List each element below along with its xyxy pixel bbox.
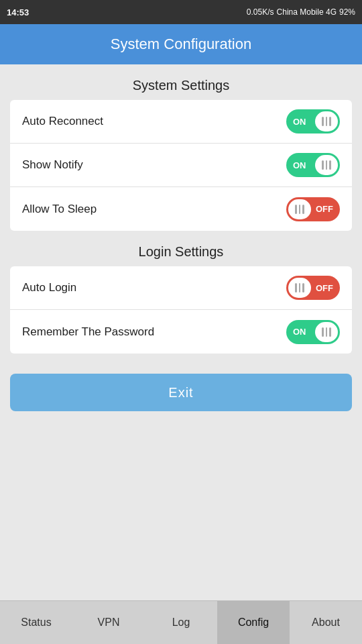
- nav-status[interactable]: Status: [0, 601, 72, 644]
- nav-config[interactable]: Config: [217, 601, 290, 644]
- auto-login-row[interactable]: Auto Login OFF: [10, 266, 352, 310]
- status-time: 14:53: [7, 7, 29, 17]
- nav-log[interactable]: Log: [145, 601, 217, 644]
- login-settings-title: Login Settings: [0, 244, 362, 260]
- header: System Configuration: [0, 24, 362, 64]
- battery-level: 92%: [339, 7, 355, 17]
- remember-password-row[interactable]: Remember The Password ON: [10, 310, 352, 354]
- allow-to-sleep-toggle[interactable]: OFF: [286, 197, 340, 221]
- toggle-knob: [288, 199, 311, 219]
- bottom-navigation: Status VPN Log Config About: [0, 600, 362, 644]
- system-settings-title: System Settings: [0, 78, 362, 93]
- login-settings-group: Auto Login OFF Remember The Password ON: [10, 266, 352, 354]
- toggle-knob: [315, 111, 338, 131]
- status-bar: 14:53 0.05K/s China Mobile 4G 92%: [0, 0, 362, 24]
- auto-login-label: Auto Login: [22, 281, 76, 294]
- network-speed: 0.05K/s: [247, 7, 274, 17]
- content-area: System Settings Auto Reconnect ON Show N…: [0, 64, 362, 438]
- status-right: 0.05K/s China Mobile 4G 92%: [247, 7, 355, 17]
- show-notify-toggle[interactable]: ON: [286, 153, 340, 177]
- system-settings-group: Auto Reconnect ON Show Notify ON: [10, 100, 352, 231]
- remember-password-label: Remember The Password: [22, 325, 154, 339]
- auto-login-toggle[interactable]: OFF: [286, 276, 340, 300]
- nav-vpn[interactable]: VPN: [72, 601, 145, 644]
- show-notify-label: Show Notify: [22, 158, 83, 172]
- auto-reconnect-label: Auto Reconnect: [22, 115, 103, 128]
- remember-password-toggle[interactable]: ON: [286, 320, 340, 344]
- auto-reconnect-toggle[interactable]: ON: [286, 109, 340, 133]
- allow-to-sleep-label: Allow To Sleep: [22, 203, 97, 216]
- toggle-knob: [315, 155, 338, 175]
- carrier-info: China Mobile 4G: [277, 7, 337, 17]
- show-notify-row[interactable]: Show Notify ON: [10, 144, 352, 187]
- nav-about[interactable]: About: [290, 601, 362, 644]
- auto-reconnect-row[interactable]: Auto Reconnect ON: [10, 100, 352, 144]
- exit-button[interactable]: Exit: [10, 374, 352, 411]
- page-title: System Configuration: [111, 36, 251, 53]
- toggle-knob: [288, 278, 311, 298]
- toggle-knob: [315, 322, 338, 342]
- allow-to-sleep-row[interactable]: Allow To Sleep OFF: [10, 187, 352, 231]
